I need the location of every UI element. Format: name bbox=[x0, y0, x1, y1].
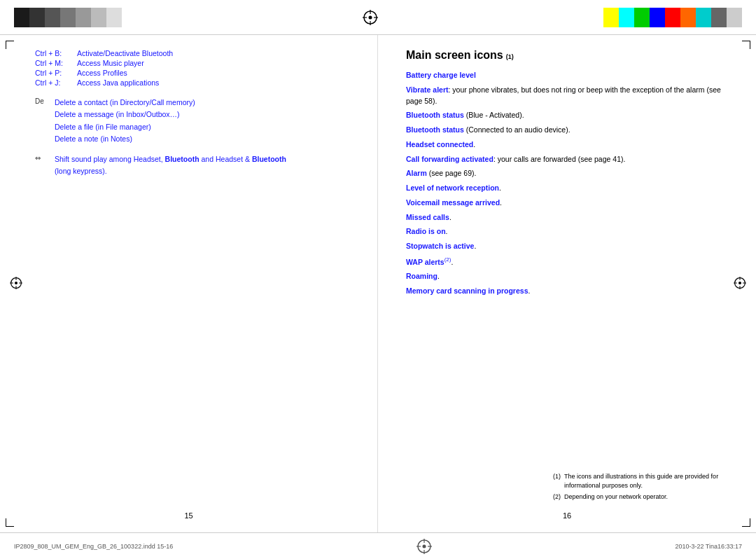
item-title: Bluetooth status bbox=[406, 125, 464, 134]
main-title-text: Main screen icons bbox=[406, 49, 503, 62]
key-combo: Ctrl + J: bbox=[35, 78, 77, 87]
key-desc: Access Profiles bbox=[77, 69, 127, 77]
color-bar-left bbox=[14, 8, 137, 27]
left-page: Ctrl + B:Activate/Deactivate BluetoothCt… bbox=[0, 35, 378, 532]
key-combo: Ctrl + B: bbox=[35, 49, 77, 57]
footnotes: (1)The icons and illustrations in this g… bbox=[553, 472, 728, 504]
item-title: Radio is on bbox=[406, 227, 446, 235]
bottom-left-text: IP2809_808_UM_GEM_Eng_GB_26_100322.indd … bbox=[14, 543, 173, 550]
color-swatch-left bbox=[14, 8, 29, 27]
svg-point-13 bbox=[738, 282, 741, 284]
delete-line: Delete a message (in Inbox/Outbox…) bbox=[55, 109, 195, 120]
page-number-right: 16 bbox=[563, 511, 571, 520]
item-body: . bbox=[451, 257, 453, 265]
icon-list-item: Voicemail message arrived. bbox=[406, 198, 728, 209]
footnote-num: (1) bbox=[553, 472, 564, 490]
shift-text: Shift sound play among Headset, Bluetoot… bbox=[55, 153, 293, 177]
item-body: : your calls are forwarded (see page 41)… bbox=[493, 155, 626, 163]
icon-list: Battery charge levelVibrate alert: your … bbox=[406, 70, 728, 297]
delete-line: Delete a note (in Notes) bbox=[55, 133, 195, 145]
footnote-item: (2)Depending on your network operator. bbox=[553, 492, 728, 502]
item-body: . bbox=[474, 242, 476, 250]
top-center-crosshair bbox=[363, 10, 378, 25]
icon-list-item: Radio is on. bbox=[406, 226, 728, 237]
color-swatch-right bbox=[634, 8, 650, 27]
right-page: Main screen icons (1) Battery charge lev… bbox=[378, 35, 756, 532]
item-body: . bbox=[438, 272, 440, 280]
footnote-text: Depending on your network operator. bbox=[564, 492, 668, 502]
svg-point-1 bbox=[369, 15, 372, 19]
icon-list-item: Level of network reception. bbox=[406, 183, 728, 194]
color-swatch-right bbox=[603, 8, 619, 27]
corner-tl bbox=[6, 41, 14, 49]
item-title: Roaming bbox=[406, 272, 438, 280]
keyboard-row: Ctrl + P:Access Profiles bbox=[35, 69, 349, 77]
item-body: . bbox=[500, 198, 502, 207]
left-crosshair bbox=[10, 277, 22, 291]
svg-point-19 bbox=[422, 544, 426, 548]
item-title: Level of network reception bbox=[406, 184, 499, 192]
item-body: . bbox=[528, 287, 530, 295]
bottom-center-crosshair bbox=[416, 539, 432, 554]
icon-list-item: Call forwarding activated: your calls ar… bbox=[406, 154, 728, 165]
item-sup: (2) bbox=[444, 256, 451, 263]
item-body: (see page 69). bbox=[427, 169, 477, 177]
bluetooth-word: Bluetooth bbox=[165, 155, 200, 163]
icon-list-item: Bluetooth status (Blue - Activated). bbox=[406, 110, 728, 121]
bottom-bar: IP2809_808_UM_GEM_Eng_GB_26_100322.indd … bbox=[0, 532, 756, 559]
svg-point-7 bbox=[15, 282, 18, 284]
keyboard-row: Ctrl + J:Access Java applications bbox=[35, 78, 349, 87]
icon-list-item: WAP alerts(2). bbox=[406, 256, 728, 268]
key-combo: Ctrl + M: bbox=[35, 59, 77, 67]
delete-line: Delete a contact (in Directory/Call memo… bbox=[55, 97, 195, 109]
color-swatch-right bbox=[696, 8, 711, 27]
item-title: Memory card scanning in progress bbox=[406, 287, 528, 295]
delete-icon: De bbox=[35, 97, 48, 105]
delete-section: De Delete a contact (in Directory/Call m… bbox=[35, 97, 349, 145]
color-swatch-left bbox=[45, 8, 60, 27]
item-body: : your phone vibrates, but does not ring… bbox=[406, 85, 721, 105]
icon-list-item: Alarm (see page 69). bbox=[406, 168, 728, 179]
item-title: Call forwarding activated bbox=[406, 155, 493, 163]
corner-tr bbox=[742, 41, 750, 49]
item-title: Bluetooth status bbox=[406, 111, 464, 119]
color-swatch-right bbox=[650, 8, 665, 27]
delete-line: Delete a file (in File manager) bbox=[55, 121, 195, 133]
right-crosshair bbox=[734, 277, 746, 291]
icon-list-item: Battery charge level bbox=[406, 70, 728, 81]
color-swatch-left bbox=[122, 8, 137, 27]
keyboard-row: Ctrl + M:Access Music player bbox=[35, 59, 349, 67]
bluetooth-word2: Bluetooth bbox=[252, 155, 286, 163]
item-body: (Blue - Activated). bbox=[464, 111, 524, 119]
color-swatch-left bbox=[76, 8, 91, 27]
item-title: Vibrate alert bbox=[406, 85, 449, 94]
item-title: WAP alerts bbox=[406, 257, 444, 265]
color-swatch-left bbox=[106, 8, 122, 27]
main-title-sup: (1) bbox=[506, 53, 514, 60]
color-swatch-right bbox=[711, 8, 727, 27]
keyboard-section: Ctrl + B:Activate/Deactivate BluetoothCt… bbox=[35, 49, 349, 87]
corner-br bbox=[742, 518, 750, 527]
icon-list-item: Vibrate alert: your phone vibrates, but … bbox=[406, 85, 728, 107]
color-swatch-left bbox=[91, 8, 106, 27]
color-swatch-right bbox=[680, 8, 696, 27]
icon-list-item: Memory card scanning in progress. bbox=[406, 286, 728, 297]
shift-section: ⇔ Shift sound play among Headset, Blueto… bbox=[35, 153, 349, 177]
item-body: . bbox=[473, 140, 475, 149]
footnote-text: The icons and illustrations in this guid… bbox=[564, 472, 728, 490]
color-swatch-right bbox=[727, 8, 742, 27]
item-body: (Connected to an audio device). bbox=[464, 125, 570, 134]
color-bar-right bbox=[603, 8, 742, 27]
item-title: Headset connected bbox=[406, 140, 473, 149]
icon-list-item: Missed calls. bbox=[406, 212, 728, 223]
footnote-num: (2) bbox=[553, 492, 564, 502]
icon-list-item: Bluetooth status (Connected to an audio … bbox=[406, 125, 728, 136]
key-combo: Ctrl + P: bbox=[35, 69, 77, 77]
color-swatch-right bbox=[619, 8, 634, 27]
color-swatch-left bbox=[29, 8, 45, 27]
key-desc: Activate/Deactivate Bluetooth bbox=[77, 49, 173, 57]
top-bar bbox=[0, 0, 756, 35]
bottom-right-text: 2010-3-22 Tina16:33:17 bbox=[675, 543, 742, 550]
icon-list-item: Roaming. bbox=[406, 271, 728, 282]
item-body: . bbox=[499, 184, 501, 192]
